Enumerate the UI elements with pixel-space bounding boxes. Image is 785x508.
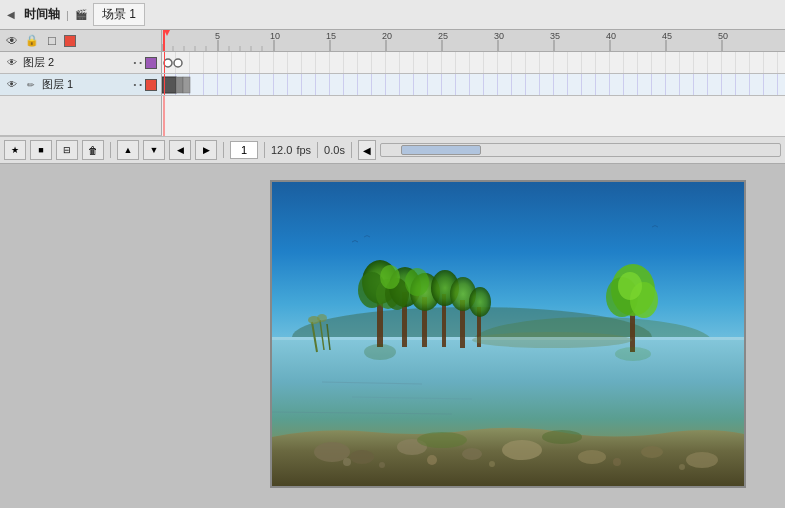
- top-bar: ◀ 时间轴 | 🎬 场景 1: [0, 0, 785, 30]
- layer2-left: 👁 图层 2 • •: [0, 52, 162, 73]
- svg-rect-38: [164, 74, 165, 95]
- time-display: 0.0s: [324, 144, 345, 156]
- fps-label: fps: [296, 144, 311, 156]
- frame-icon[interactable]: □: [44, 33, 60, 49]
- layer2-frames-svg: [162, 52, 785, 73]
- svg-point-68: [618, 272, 642, 300]
- bottom-toolbar: ★ ■ ⊟ 🗑 ▲ ▼ ◀ ▶ 12.0 fps 0.0s ◀: [0, 136, 785, 164]
- top-bar-separator: |: [66, 9, 69, 21]
- svg-text:25: 25: [438, 31, 448, 41]
- toolbar-sep1: [110, 142, 111, 158]
- layer1-color: [145, 79, 157, 91]
- layer1-frames-svg: [162, 74, 785, 95]
- lock-icon[interactable]: 🔒: [24, 33, 40, 49]
- svg-point-81: [462, 448, 482, 460]
- canvas-frame: [270, 180, 746, 488]
- layer1-left: 👁 图层 1 • •: [0, 74, 162, 95]
- toolbar-sep5: [351, 142, 352, 158]
- svg-point-32: [164, 59, 172, 67]
- layer1-row: 👁 图层 1 • •: [0, 74, 785, 96]
- svg-text:20: 20: [382, 31, 392, 41]
- scroll-left-btn[interactable]: ◀: [358, 140, 376, 160]
- svg-point-83: [578, 450, 606, 464]
- layer2-visibility-icon[interactable]: 👁: [4, 55, 20, 71]
- paste-btn[interactable]: ▼: [143, 140, 165, 160]
- toolbar-sep3: [264, 142, 265, 158]
- empty-left: [0, 96, 162, 136]
- back-arrow-icon[interactable]: ◀: [4, 8, 18, 22]
- layer1-visibility-icon[interactable]: 👁: [4, 77, 20, 93]
- fps-value: 12.0: [271, 144, 292, 156]
- svg-point-85: [686, 452, 718, 468]
- svg-point-84: [641, 446, 663, 458]
- svg-rect-0: [162, 30, 785, 51]
- frame-number-input[interactable]: [230, 141, 258, 159]
- svg-point-93: [679, 464, 685, 470]
- blank-kf-btn[interactable]: ▶: [195, 140, 217, 160]
- toolbar-sep4: [317, 142, 318, 158]
- svg-point-90: [427, 455, 437, 465]
- svg-text:40: 40: [606, 31, 616, 41]
- svg-point-69: [380, 265, 400, 289]
- toolbar-sep2: [223, 142, 224, 158]
- eye-icon[interactable]: 👁: [4, 33, 20, 49]
- layer2-dot1: •: [133, 58, 136, 67]
- svg-text:45: 45: [662, 31, 672, 41]
- svg-text:5: 5: [215, 31, 220, 41]
- svg-point-77: [615, 347, 651, 361]
- layer2-timeline[interactable]: [162, 52, 785, 73]
- copy-btn[interactable]: ▲: [117, 140, 139, 160]
- layer2-color: [145, 57, 157, 69]
- empty-layers-area: [0, 96, 785, 136]
- layer2-name[interactable]: 图层 2: [23, 55, 130, 70]
- layer1-dot1: •: [133, 80, 136, 89]
- svg-text:30: 30: [494, 31, 504, 41]
- svg-point-82: [502, 440, 542, 460]
- svg-point-76: [364, 344, 396, 360]
- svg-point-33: [174, 59, 182, 67]
- svg-rect-39: [162, 96, 785, 136]
- svg-point-79: [350, 450, 374, 464]
- svg-rect-37: [183, 77, 190, 93]
- scene-tab-icon: 🎬: [75, 9, 87, 20]
- ruler-svg: 5 10 15 20 25 30: [162, 30, 785, 51]
- layer1-pencil-icon: [23, 77, 39, 93]
- svg-point-70: [405, 268, 429, 296]
- scrollbar-thumb[interactable]: [401, 145, 481, 155]
- timeline-panel: 👁 🔒 □ 5 10: [0, 30, 785, 164]
- svg-point-88: [343, 458, 351, 466]
- layer1-dot2: •: [139, 80, 142, 89]
- svg-point-63: [469, 287, 491, 317]
- add-layer-btn2[interactable]: ■: [30, 140, 52, 160]
- svg-point-94: [472, 332, 632, 348]
- timeline-title: 时间轴: [24, 6, 60, 23]
- svg-text:15: 15: [326, 31, 336, 41]
- svg-point-91: [489, 461, 495, 467]
- svg-point-92: [613, 458, 621, 466]
- svg-rect-36: [176, 77, 183, 93]
- add-layer-btn3[interactable]: ⊟: [56, 140, 78, 160]
- svg-text:50: 50: [718, 31, 728, 41]
- delete-btn[interactable]: 🗑: [82, 140, 104, 160]
- ruler-row: 👁 🔒 □ 5 10: [0, 30, 785, 52]
- svg-point-75: [317, 314, 327, 322]
- scene-tab[interactable]: 场景 1: [93, 3, 145, 26]
- svg-point-89: [379, 462, 385, 468]
- color-indicator: [64, 35, 76, 47]
- svg-point-86: [417, 432, 467, 448]
- ruler-left-controls: 👁 🔒 □: [0, 30, 162, 51]
- paste2-btn[interactable]: ◀: [169, 140, 191, 160]
- svg-text:10: 10: [270, 31, 280, 41]
- scene-svg: [272, 182, 744, 486]
- layer2-row: 👁 图层 2 • •: [0, 52, 785, 74]
- add-layer-icon[interactable]: ★: [4, 140, 26, 160]
- svg-text:35: 35: [550, 31, 560, 41]
- svg-rect-34: [164, 52, 165, 73]
- timeline-scrollbar[interactable]: [380, 143, 781, 157]
- empty-timeline: [162, 96, 785, 136]
- ruler-area: 5 10 15 20 25 30: [162, 30, 785, 51]
- layer1-timeline[interactable]: [162, 74, 785, 95]
- stage-area: [0, 164, 785, 508]
- layer2-dot2: •: [139, 58, 142, 67]
- layer1-name[interactable]: 图层 1: [42, 77, 130, 92]
